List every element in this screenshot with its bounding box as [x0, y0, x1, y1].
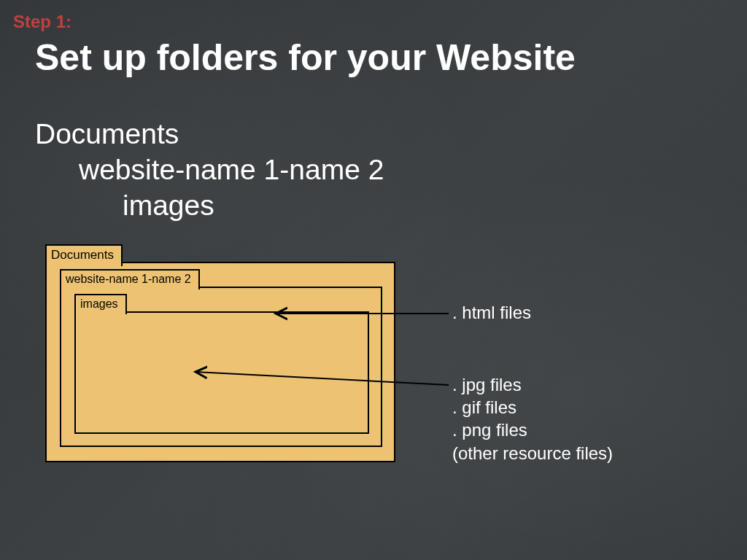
annotation-image-files: . jpg files . gif files . png files (oth…	[452, 373, 613, 464]
folder-middle: website-name 1-name 2 images	[60, 287, 382, 447]
folder-middle-tab: website-name 1-name 2	[60, 269, 200, 289]
folder-list-level2: images	[35, 188, 384, 224]
annotation-jpg: . jpg files	[452, 373, 613, 396]
folder-diagram: Documents website-name 1-name 2 images	[45, 243, 395, 462]
annotation-other: (other resource files)	[452, 442, 613, 464]
folder-list-level1: website-name 1-name 2	[35, 152, 384, 188]
folder-outer: Documents website-name 1-name 2 images	[45, 262, 395, 462]
folder-outer-tab: Documents	[45, 244, 123, 266]
folder-list-level0: Documents	[35, 117, 384, 152]
page-title: Set up folders for your Website	[35, 36, 576, 79]
folder-inner-tab: images	[74, 294, 127, 314]
folder-text-list: Documents website-name 1-name 2 images	[35, 117, 384, 223]
folder-inner: images	[74, 311, 369, 434]
annotation-gif: . gif files	[452, 396, 613, 419]
step-label: Step 1:	[13, 12, 71, 32]
annotation-html: . html files	[452, 301, 531, 324]
annotation-png: . png files	[452, 419, 613, 441]
